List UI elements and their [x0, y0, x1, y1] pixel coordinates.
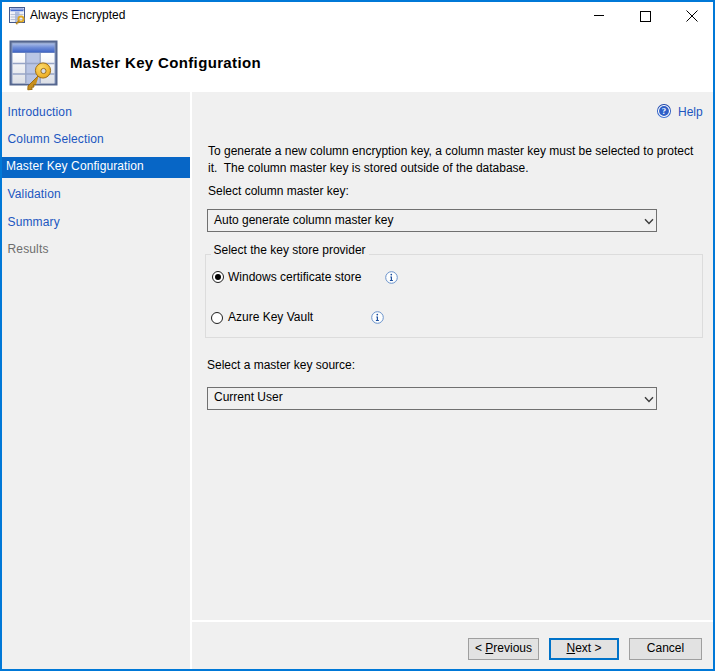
svg-text:?: ? [662, 106, 666, 116]
